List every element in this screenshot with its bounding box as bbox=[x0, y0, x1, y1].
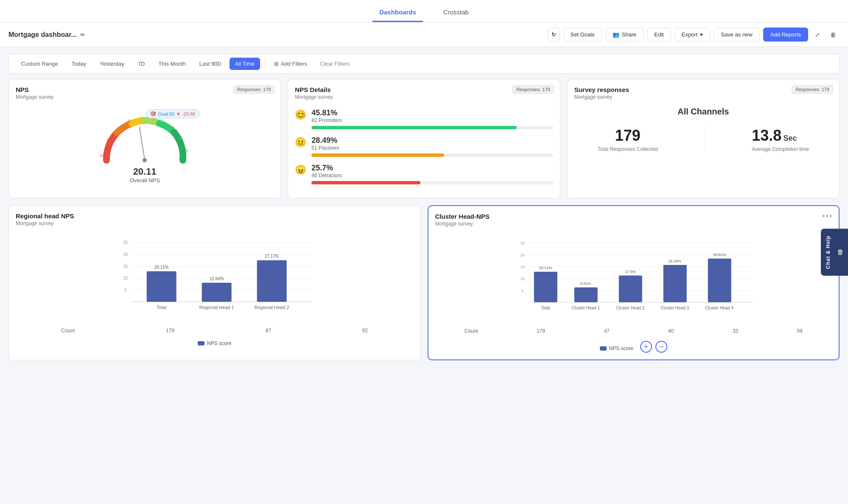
svg-text:-100: -100 bbox=[98, 153, 106, 158]
nps-items-list: 😊 45.81% 82 Promoters 😐 28.49% 51 Passiv… bbox=[295, 109, 553, 184]
detractors-icon: 😠 bbox=[295, 164, 306, 175]
svg-text:10: 10 bbox=[123, 276, 128, 281]
total-responses-number: 179 bbox=[598, 127, 658, 145]
filter-icon: ⊞ bbox=[274, 61, 279, 67]
edit-title-icon[interactable]: ✏ bbox=[80, 31, 85, 38]
zoom-out-button[interactable]: − bbox=[655, 341, 667, 353]
nps-responses-badge: Responses: 179 bbox=[233, 85, 275, 94]
svg-rect-30 bbox=[257, 260, 287, 302]
detractors-bar-track bbox=[311, 181, 553, 184]
svg-text:80: 80 bbox=[178, 136, 182, 140]
add-filters-button[interactable]: ⊞ Add Filters bbox=[269, 58, 312, 70]
count-footer: Count bbox=[61, 328, 75, 334]
svg-text:Cluster Head 4: Cluster Head 4 bbox=[705, 306, 733, 310]
dashboard-title: Mortgage dashboar... ✏ bbox=[8, 31, 543, 39]
svg-text:12.64%: 12.64% bbox=[210, 276, 224, 281]
svg-point-12 bbox=[143, 158, 147, 162]
survey-responses-card: Survey responses Mortgage survey Respons… bbox=[567, 79, 840, 198]
svg-rect-27 bbox=[202, 283, 232, 302]
export-button[interactable]: Export ▾ bbox=[674, 28, 711, 42]
svg-text:20.11%: 20.11% bbox=[154, 265, 169, 270]
svg-text:-40: -40 bbox=[126, 119, 132, 123]
svg-text:10: 10 bbox=[520, 277, 524, 281]
delete-icon[interactable]: 🗑 bbox=[827, 29, 840, 41]
cluster-legend-color-box bbox=[600, 346, 607, 351]
trash-icon: 🗑 bbox=[836, 248, 844, 255]
header-actions: ↻ Set Goals 👥 Share Edit Export ▾ Save a… bbox=[548, 28, 840, 42]
cluster-chart-footer: Count 179 47 40 33 59 bbox=[435, 325, 832, 337]
cluster-chart-legend-row: NPS score + − bbox=[435, 341, 832, 353]
filter-7d[interactable]: 7D bbox=[132, 58, 151, 70]
filter-today[interactable]: Today bbox=[66, 58, 92, 70]
regional-head-nps-subtitle: Mortgage survey bbox=[16, 220, 414, 226]
save-as-new-button[interactable]: Save as new bbox=[714, 28, 759, 42]
expand-icon[interactable]: ⤢ bbox=[812, 29, 823, 41]
svg-text:Regional Head 1: Regional Head 1 bbox=[199, 305, 234, 310]
gauge-svg: -100 -80 -60 -40 -20 0 20 40 60 80 100 bbox=[94, 109, 196, 169]
svg-rect-50 bbox=[619, 276, 642, 302]
svg-text:20.11%: 20.11% bbox=[539, 266, 552, 270]
svg-text:Total: Total bbox=[541, 306, 550, 310]
nps-details-responses-badge: Responses: 179 bbox=[512, 85, 554, 94]
nps-details-card: NPS Details Mortgage survey Responses: 1… bbox=[288, 79, 560, 198]
legend-color-box bbox=[198, 341, 204, 345]
nps-overall-label: Overall NPS bbox=[129, 177, 160, 184]
export-chevron-icon: ▾ bbox=[700, 31, 703, 38]
svg-rect-24 bbox=[147, 271, 176, 302]
svg-rect-44 bbox=[534, 272, 557, 302]
header-bar: Mortgage dashboar... ✏ ↻ Set Goals 👥 Sha… bbox=[0, 22, 848, 47]
regional-head-nps-title: Regional head NPS bbox=[16, 212, 414, 220]
refresh-button[interactable]: ↻ bbox=[548, 28, 560, 42]
svg-text:Cluster Head 2: Cluster Head 2 bbox=[616, 306, 644, 310]
svg-text:100: 100 bbox=[182, 148, 188, 153]
svg-text:25: 25 bbox=[520, 241, 524, 245]
dashboard-bottom-row: Regional head NPS Mortgage survey 25 20 … bbox=[0, 205, 848, 367]
svg-text:28.81%: 28.81% bbox=[713, 253, 726, 257]
avg-time-unit: Sec bbox=[783, 134, 797, 143]
filter-last-90d[interactable]: Last 90D bbox=[194, 58, 227, 70]
filter-all-time[interactable]: All Time bbox=[229, 58, 260, 70]
passives-pct: 28.49% bbox=[311, 136, 553, 145]
svg-text:20: 20 bbox=[123, 252, 128, 257]
filter-this-month[interactable]: This Month bbox=[153, 58, 191, 70]
survey-responses-badge: Responses: 179 bbox=[792, 85, 833, 94]
svg-text:15: 15 bbox=[123, 264, 128, 269]
add-reports-button[interactable]: Add Reports bbox=[763, 28, 808, 42]
total-responses-label: Total Responses Collected bbox=[598, 146, 658, 152]
regional-chart-legend: NPS score bbox=[16, 340, 414, 346]
svg-text:Regional Head 2: Regional Head 2 bbox=[255, 305, 289, 310]
promoters-bar-track bbox=[311, 126, 553, 129]
tab-dashboards[interactable]: Dashboards bbox=[372, 5, 423, 22]
tab-crosstab[interactable]: Crosstab bbox=[437, 5, 476, 22]
svg-line-11 bbox=[140, 127, 145, 160]
set-goals-button[interactable]: Set Goals bbox=[563, 28, 602, 42]
regional-chart-svg: 25 20 15 10 5 20.11% Total 12.64% bbox=[16, 235, 414, 320]
svg-text:5: 5 bbox=[521, 289, 523, 293]
chat-help-label: Chat & Help bbox=[825, 235, 831, 269]
avg-time-label: Average Completion time bbox=[752, 146, 809, 152]
clear-filters-button[interactable]: Clear Filters bbox=[315, 58, 355, 70]
svg-text:Cluster Head 3: Cluster Head 3 bbox=[660, 306, 689, 310]
svg-text:60: 60 bbox=[170, 126, 174, 130]
svg-text:25: 25 bbox=[123, 240, 128, 245]
cluster-bar-chart: 25 20 15 10 5 20.11% Total 8.51% Clus bbox=[435, 232, 832, 325]
three-dot-menu[interactable]: ••• bbox=[822, 212, 833, 221]
passives-bar-fill bbox=[311, 153, 444, 157]
zoom-in-button[interactable]: + bbox=[640, 341, 652, 353]
cluster-chart-legend: NPS score bbox=[600, 345, 633, 351]
svg-text:40: 40 bbox=[160, 119, 165, 123]
cluster-head-nps-subtitle: Mortgage survey bbox=[435, 221, 832, 227]
filter-yesterday[interactable]: Yesterday bbox=[94, 58, 129, 70]
share-button[interactable]: 👥 Share bbox=[605, 28, 644, 42]
rh1-count: 87 bbox=[266, 328, 271, 334]
svg-rect-53 bbox=[663, 265, 686, 302]
chat-help-widget[interactable]: 🗑 Chat & Help bbox=[821, 228, 848, 276]
edit-button[interactable]: Edit bbox=[647, 28, 671, 42]
svg-text:24.24%: 24.24% bbox=[668, 259, 681, 263]
goal-badge: 🎯 Goal 50 ▼ -29.89 bbox=[146, 109, 200, 118]
svg-text:27.17%: 27.17% bbox=[265, 254, 279, 259]
filter-custom-range[interactable]: Custom Range bbox=[16, 58, 64, 70]
filter-divider bbox=[264, 60, 265, 68]
svg-text:20: 20 bbox=[520, 253, 524, 257]
svg-text:17.5%: 17.5% bbox=[624, 270, 635, 274]
